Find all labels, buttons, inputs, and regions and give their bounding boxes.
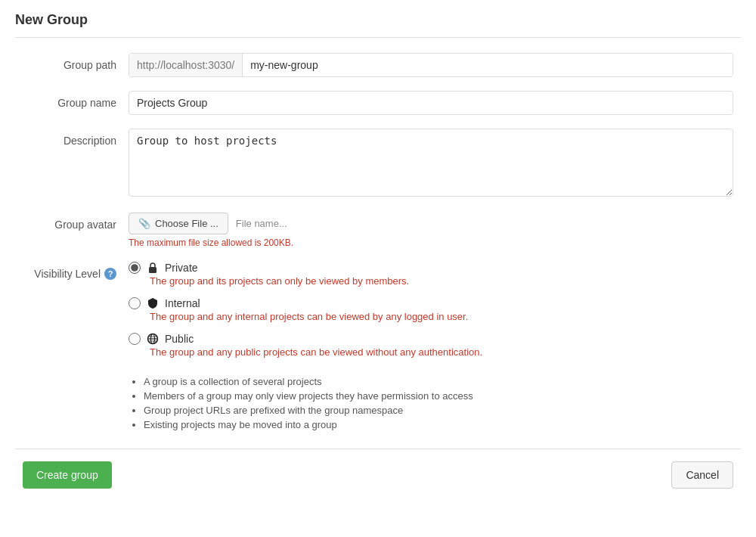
visibility-public-desc: The group and any public projects can be… [150,346,733,358]
visibility-label: Visibility Level [34,268,101,280]
visibility-control: Private The group and its projects can o… [129,262,733,433]
visibility-internal-row: Internal [129,297,733,309]
visibility-private-row: Private [129,262,733,274]
group-path-row: Group path http://localhost:3030/ [23,53,733,77]
choose-file-label: Choose File ... [155,218,218,229]
shield-icon [147,297,159,309]
svg-rect-0 [149,267,156,273]
group-path-wrap: http://localhost:3030/ [129,53,733,77]
group-path-prefix: http://localhost:3030/ [129,54,243,76]
visibility-option-private: Private The group and its projects can o… [129,262,733,287]
cancel-button[interactable]: Cancel [671,461,733,489]
group-avatar-row: Group avatar 📎 Choose File ... File name… [23,213,733,248]
description-control [129,129,733,199]
visibility-private-desc: The group and its projects can only be v… [150,275,733,287]
group-name-input[interactable] [129,91,733,115]
visibility-label-wrap: Visibility Level ? [23,262,129,280]
visibility-public-title: Public [165,333,194,345]
info-bullet-list: A group is a collection of several proje… [129,376,733,433]
visibility-row: Visibility Level ? Private [23,262,733,433]
visibility-public-row: Public [129,333,733,345]
description-row: Description [23,129,733,199]
group-avatar-control: 📎 Choose File ... File name... The maxim… [129,213,733,248]
group-name-row: Group name [23,91,733,115]
visibility-radio-private[interactable] [129,262,141,274]
form-section: Group path http://localhost:3030/ Group … [15,53,741,433]
paperclip-icon: 📎 [138,218,150,229]
bullet-item-3: Group project URLs are prefixed with the… [144,405,733,416]
group-avatar-label: Group avatar [23,213,129,231]
visibility-option-public: Public The group and any public projects… [129,333,733,358]
description-label: Description [23,129,129,147]
lock-icon [147,262,159,274]
file-name-placeholder: File name... [236,218,287,229]
bullet-item-2: Members of a group may only view project… [144,390,733,402]
page-title: New Group [15,12,741,28]
visibility-internal-desc: The group and any internal projects can … [150,311,733,322]
visibility-option-internal: Internal The group and any internal proj… [129,297,733,322]
visibility-internal-title: Internal [165,297,200,309]
bullet-item-1: A group is a collection of several proje… [144,376,733,387]
group-path-input[interactable] [243,54,733,76]
file-size-note: The maximum file size allowed is 200KB. [129,237,733,248]
page-container: New Group Group path http://localhost:30… [0,0,756,513]
visibility-private-title: Private [165,262,198,274]
visibility-radio-public[interactable] [129,333,141,345]
description-input[interactable] [129,129,733,197]
create-group-button[interactable]: Create group [23,461,112,489]
divider [15,37,741,38]
globe-icon [147,333,159,345]
choose-file-row: 📎 Choose File ... File name... [129,213,733,234]
group-path-control: http://localhost:3030/ [129,53,733,77]
visibility-section: Private The group and its projects can o… [129,262,733,433]
visibility-radio-internal[interactable] [129,297,141,309]
group-path-label: Group path [23,53,129,71]
info-icon[interactable]: ? [104,268,116,280]
group-name-label: Group name [23,91,129,109]
form-footer: Create group Cancel [15,449,741,501]
bullet-item-4: Existing projects may be moved into a gr… [144,419,733,430]
avatar-section: 📎 Choose File ... File name... The maxim… [129,213,733,248]
group-name-control [129,91,733,115]
choose-file-button[interactable]: 📎 Choose File ... [129,213,228,234]
